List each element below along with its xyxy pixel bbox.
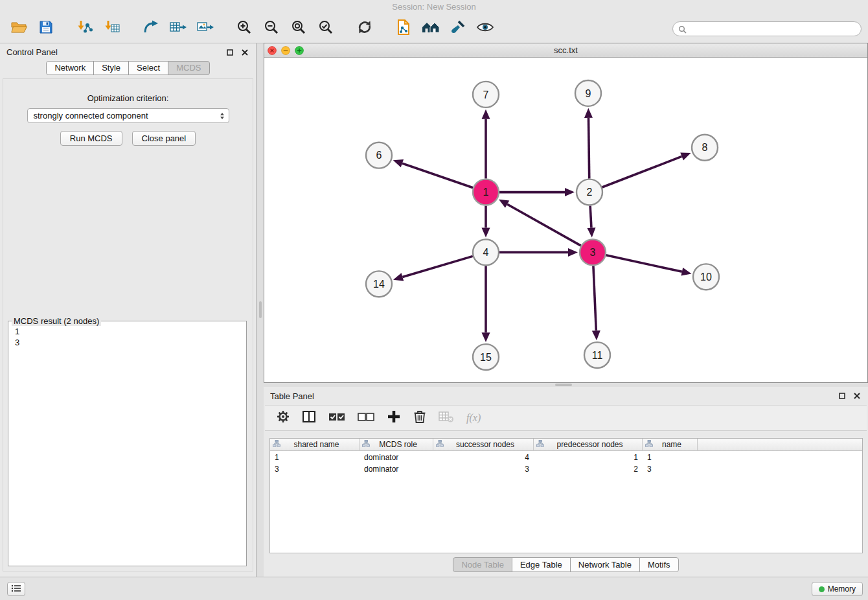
graph-node-8[interactable]: 8 bbox=[692, 135, 718, 161]
graph-node-2[interactable]: 2 bbox=[577, 179, 602, 205]
graph-edge-3-10[interactable] bbox=[606, 255, 692, 276]
tab-edge-table[interactable]: Edge Table bbox=[512, 557, 571, 572]
import-table-button[interactable] bbox=[98, 17, 126, 40]
open-session-button[interactable] bbox=[5, 17, 32, 40]
control-panel: Control Panel Network Style Select MCDS … bbox=[0, 43, 257, 577]
cell-successor-nodes[interactable]: 4 bbox=[433, 453, 534, 462]
column-header-name[interactable]: name bbox=[643, 439, 698, 450]
vertical-splitter[interactable] bbox=[257, 43, 264, 577]
tab-select[interactable]: Select bbox=[128, 61, 168, 75]
graph-edge-2-8[interactable] bbox=[602, 152, 691, 187]
network-from-selection-button[interactable] bbox=[390, 17, 417, 40]
graph-edge-4-14[interactable] bbox=[393, 256, 473, 281]
graphics-details-button[interactable] bbox=[472, 17, 499, 40]
refresh-button[interactable] bbox=[351, 17, 378, 40]
deselect-all-columns-button[interactable] bbox=[358, 411, 374, 425]
save-session-button[interactable] bbox=[32, 17, 60, 40]
tab-network-table[interactable]: Network Table bbox=[570, 557, 640, 572]
close-panel-button[interactable]: Close panel bbox=[132, 131, 196, 146]
show-columns-button[interactable] bbox=[302, 410, 316, 426]
column-header-shared-name[interactable]: shared name bbox=[270, 439, 360, 450]
run-mcds-button[interactable]: Run MCDS bbox=[60, 131, 122, 146]
graph-edge-3-11[interactable] bbox=[592, 266, 600, 340]
graph-edge-4-15[interactable] bbox=[482, 266, 490, 342]
graph-node-4[interactable]: 4 bbox=[473, 239, 499, 265]
export-table-button[interactable] bbox=[165, 17, 192, 40]
export-image-button[interactable] bbox=[192, 17, 219, 40]
tab-motifs[interactable]: Motifs bbox=[639, 557, 679, 572]
search-input[interactable] bbox=[672, 21, 862, 36]
cell-predecessor-nodes[interactable]: 1 bbox=[534, 453, 643, 462]
graph-node-7[interactable]: 7 bbox=[473, 82, 499, 108]
cell-shared-name[interactable]: 3 bbox=[270, 465, 360, 474]
zoom-in-button[interactable] bbox=[231, 17, 258, 40]
function-builder-button[interactable]: f(x) bbox=[466, 412, 481, 424]
table-settings-button[interactable] bbox=[277, 410, 290, 426]
cell-mcds-role[interactable]: dominator bbox=[360, 465, 433, 474]
table-row[interactable]: 1 dominator 4 1 1 bbox=[270, 452, 862, 463]
cell-shared-name[interactable]: 1 bbox=[270, 453, 360, 462]
vertical-splitter-handle[interactable] bbox=[259, 301, 262, 318]
close-panel-icon[interactable] bbox=[240, 48, 249, 57]
graph-node-15[interactable]: 15 bbox=[473, 344, 499, 370]
minimize-window-icon[interactable] bbox=[282, 46, 290, 54]
close-window-icon[interactable] bbox=[268, 46, 277, 54]
application-window: Session: New Session bbox=[0, 0, 868, 600]
graph-node-6[interactable]: 6 bbox=[366, 143, 392, 168]
graph-edge-2-3[interactable] bbox=[587, 206, 595, 238]
zoom-selected-button[interactable] bbox=[312, 17, 339, 40]
memory-button[interactable]: Memory bbox=[812, 582, 863, 596]
tab-style[interactable]: Style bbox=[93, 61, 129, 75]
column-header-predecessor-nodes[interactable]: predecessor nodes bbox=[534, 439, 643, 450]
graph-node-9[interactable]: 9 bbox=[575, 80, 601, 106]
table-row[interactable]: 3 dominator 3 2 3 bbox=[270, 464, 862, 474]
graph-node-1[interactable]: 1 bbox=[473, 179, 499, 205]
graph-edge-4-3[interactable] bbox=[499, 248, 578, 257]
network-canvas[interactable]: 7968124314101511 bbox=[264, 58, 867, 382]
refresh-icon bbox=[356, 19, 373, 38]
zoom-fit-button[interactable] bbox=[285, 17, 312, 40]
optimization-criterion-select[interactable]: strongly connected component bbox=[27, 108, 229, 123]
mcds-result-line: 1 bbox=[15, 326, 240, 337]
show-panels-button[interactable] bbox=[7, 582, 25, 596]
column-header-mcds-role[interactable]: MCDS role bbox=[360, 439, 433, 450]
home-panels-button[interactable] bbox=[417, 17, 444, 40]
eye-icon bbox=[476, 21, 494, 36]
graph-edge-1-4[interactable] bbox=[482, 206, 490, 238]
float-table-panel-icon[interactable] bbox=[838, 391, 847, 400]
import-network-button[interactable] bbox=[71, 17, 98, 40]
cell-name[interactable]: 3 bbox=[643, 465, 698, 474]
export-network-button[interactable] bbox=[137, 17, 165, 40]
graph-edge-1-2[interactable] bbox=[499, 188, 575, 196]
document-network-icon bbox=[396, 19, 411, 38]
node-table: shared name MCDS role successor nodes pr… bbox=[269, 438, 863, 553]
cell-name[interactable]: 1 bbox=[643, 453, 698, 462]
graph-edge-1-7[interactable] bbox=[482, 110, 490, 179]
select-all-columns-button[interactable] bbox=[328, 411, 345, 425]
gear-icon bbox=[277, 410, 290, 426]
tab-mcds[interactable]: MCDS bbox=[168, 61, 209, 75]
table-panel-window-icons bbox=[838, 391, 862, 400]
cell-mcds-role[interactable]: dominator bbox=[360, 453, 433, 462]
cell-predecessor-nodes[interactable]: 2 bbox=[534, 465, 643, 474]
graph-node-14[interactable]: 14 bbox=[366, 271, 392, 297]
graph-edge-3-1[interactable] bbox=[499, 200, 581, 246]
tab-network[interactable]: Network bbox=[46, 61, 94, 75]
close-table-panel-icon[interactable] bbox=[852, 391, 862, 400]
delete-table-button[interactable] bbox=[439, 410, 454, 426]
graph-edge-1-6[interactable] bbox=[393, 159, 473, 188]
style-brush-button[interactable] bbox=[444, 17, 472, 40]
graph-node-3[interactable]: 3 bbox=[580, 239, 606, 265]
graph-node-10[interactable]: 10 bbox=[693, 264, 719, 290]
add-column-button[interactable] bbox=[387, 410, 401, 426]
maximize-window-icon[interactable] bbox=[295, 46, 304, 54]
graph-node-11[interactable]: 11 bbox=[584, 342, 610, 368]
cell-successor-nodes[interactable]: 3 bbox=[433, 465, 534, 474]
delete-column-button[interactable] bbox=[413, 410, 426, 426]
horizontal-splitter-handle[interactable] bbox=[555, 384, 572, 386]
zoom-out-button[interactable] bbox=[258, 17, 285, 40]
float-panel-icon[interactable] bbox=[225, 48, 234, 57]
graph-edge-2-9[interactable] bbox=[584, 108, 593, 179]
tab-node-table[interactable]: Node Table bbox=[453, 557, 512, 572]
column-header-successor-nodes[interactable]: successor nodes bbox=[433, 439, 534, 450]
